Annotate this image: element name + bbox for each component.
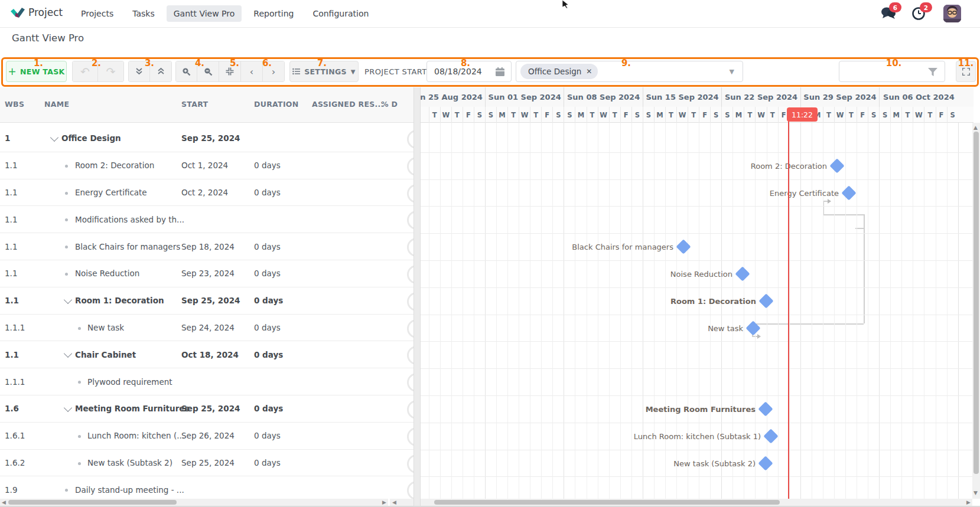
table-row[interactable]: 1.1Room 2: DecorationOct 1, 20240 days	[0, 152, 414, 179]
day-header-cell: S	[868, 107, 879, 123]
column-header[interactable]: WBS	[5, 100, 24, 109]
row-line	[421, 315, 974, 315]
duration-cell: 0 days	[254, 161, 281, 170]
annotation-number: 2.	[92, 58, 101, 68]
column-header[interactable]: ASSIGNED RES...	[312, 100, 384, 109]
prev-button[interactable]: ‹	[241, 61, 263, 82]
row-line	[421, 206, 974, 207]
task-name-cell[interactable]: Meeting Room Furnitures	[75, 404, 189, 413]
scroll-left-icon[interactable]: ◀	[2, 499, 6, 505]
day-header-cell: T	[530, 107, 541, 123]
milestone-diamond[interactable]	[758, 293, 773, 308]
wbs-cell: 1.6.2	[5, 458, 25, 467]
week-header-cell: Sun 29 Sep 2024	[800, 87, 879, 107]
progress-ring	[407, 130, 414, 149]
day-header-cell: W	[676, 107, 688, 123]
project-tag-label: Office Design	[528, 67, 581, 76]
task-name-cell[interactable]: Noise Reduction	[75, 269, 139, 278]
zoom-in-button[interactable]	[175, 61, 197, 82]
start-cell: Oct 2, 2024	[181, 188, 228, 197]
table-row[interactable]: 1.1Room 1: DecorationSep 25, 20240 days	[0, 287, 414, 315]
progress-ring	[407, 454, 414, 473]
gantt-vertical-scrollbar[interactable]: ▲ ▼	[972, 123, 980, 499]
task-name-cell[interactable]: Energy Certificate	[75, 188, 147, 197]
milestone-diamond[interactable]	[829, 158, 844, 173]
project-tag[interactable]: Office Design ✕	[520, 64, 598, 79]
calendar-icon[interactable]	[495, 67, 505, 77]
task-name-cell[interactable]: Room 2: Decoration	[75, 161, 154, 170]
task-name-cell[interactable]: Daily stand-up meeting - ...	[75, 485, 184, 495]
table-row[interactable]: 1.1Noise ReductionSep 23, 20240 days	[0, 260, 414, 287]
milestone-diamond[interactable]	[758, 401, 773, 416]
scroll-left-icon[interactable]: ◀	[392, 499, 396, 505]
task-name-cell[interactable]: New task	[87, 323, 124, 332]
column-header[interactable]: START	[181, 100, 208, 109]
milestone-diamond[interactable]	[841, 185, 856, 200]
table-horizontal-scrollbar[interactable]: ◀ ▶	[0, 499, 388, 506]
task-name-cell[interactable]: Room 1: Decoration	[75, 296, 164, 305]
milestone-label: New task (Subtask 2)	[673, 459, 756, 467]
scroll-right-icon[interactable]: ▶	[966, 499, 971, 505]
gantt-horizontal-scrollbar[interactable]: ◀ ▶	[390, 499, 972, 506]
milestone-diamond[interactable]	[735, 266, 750, 281]
table-row[interactable]: 1.1.1Plywood requirement	[0, 368, 414, 395]
milestone-diamond[interactable]	[763, 429, 778, 443]
progress-ring	[407, 211, 414, 230]
column-header[interactable]: DURATION	[254, 100, 299, 109]
duration-cell: 0 days	[254, 431, 281, 440]
table-row[interactable]: 1.9Daily stand-up meeting - ...	[0, 476, 414, 499]
week-header-cell: Sun 06 Oct 2024	[879, 87, 958, 107]
table-row[interactable]: 1.1Modifications asked by th...	[0, 206, 414, 233]
table-row[interactable]: 1.1Black Chairs for managersSep 18, 2024…	[0, 233, 414, 260]
gantt-scrollbar-thumb[interactable]	[434, 500, 780, 505]
table-scrollbar-thumb[interactable]	[8, 500, 177, 505]
start-cell: Sep 18, 2024	[181, 242, 235, 251]
collapse-caret-icon[interactable]	[64, 296, 72, 304]
table-row[interactable]: 1.1Chair CabinetOct 18, 20240 days	[0, 341, 414, 368]
week-header-cell: Sun 15 Sep 2024	[643, 87, 721, 107]
task-name-cell[interactable]: New task (Subtask 2)	[87, 458, 172, 467]
annotation-number: 9.	[621, 58, 631, 68]
collapse-caret-icon[interactable]	[64, 349, 72, 358]
table-row[interactable]: 1.1.1New taskSep 24, 20240 days	[0, 315, 414, 342]
gantt-vscrollbar-thumb[interactable]	[974, 132, 979, 474]
pane-splitter[interactable]	[414, 87, 421, 506]
task-name-cell[interactable]: Chair Cabinet	[75, 350, 136, 359]
task-name-cell[interactable]: Black Chairs for managers	[75, 242, 180, 251]
task-name-cell[interactable]: Office Design	[61, 133, 121, 143]
milestone-diamond[interactable]	[676, 239, 691, 254]
table-row[interactable]: 1.6Meeting Room FurnituresSep 25, 20240 …	[0, 395, 414, 423]
table-row[interactable]: 1.6.2New task (Subtask 2)Sep 25, 20240 d…	[0, 450, 414, 477]
chevron-right-icon: ›	[272, 66, 275, 77]
bullet-icon	[78, 381, 81, 384]
collapse-caret-icon[interactable]	[64, 404, 72, 412]
bullet-icon	[65, 273, 68, 276]
scroll-up-icon[interactable]: ▲	[974, 125, 978, 130]
table-row[interactable]: 1.6.1Lunch Room: kitchen (...Sep 26, 202…	[0, 423, 414, 450]
double-chevron-down-icon	[135, 67, 143, 76]
table-row[interactable]: 1.1Energy CertificateOct 2, 20240 days	[0, 179, 414, 207]
task-name-cell[interactable]: Lunch Room: kitchen (...	[87, 431, 184, 440]
column-header[interactable]: NAME	[44, 100, 69, 109]
funnel-icon	[928, 68, 937, 76]
day-header-cell: T	[507, 107, 519, 123]
task-name-cell[interactable]: Modifications asked by th...	[75, 215, 184, 224]
dependency-arrow-icon	[828, 199, 831, 204]
scroll-down-icon[interactable]: ▼	[974, 490, 978, 496]
collapse-caret-icon[interactable]	[50, 133, 58, 142]
remove-tag-icon[interactable]: ✕	[586, 67, 592, 76]
row-line	[421, 368, 974, 369]
wbs-cell: 1.1	[5, 188, 17, 197]
scroll-right-icon[interactable]: ▶	[382, 499, 386, 505]
day-header-cell: T	[429, 107, 440, 123]
progress-ring	[407, 238, 414, 257]
redo-button[interactable]: ↷	[98, 61, 124, 82]
milestone-diamond[interactable]	[758, 456, 773, 470]
task-name-cell[interactable]: Plywood requirement	[87, 377, 172, 387]
table-row[interactable]: 1Office DesignSep 25, 2024	[0, 125, 414, 152]
day-header-cell: F	[620, 107, 631, 123]
day-header-cell: W	[598, 107, 609, 123]
column-header[interactable]: % D	[381, 100, 398, 109]
milestone-diamond[interactable]	[745, 320, 760, 335]
start-cell: Sep 25, 2024	[181, 296, 240, 305]
